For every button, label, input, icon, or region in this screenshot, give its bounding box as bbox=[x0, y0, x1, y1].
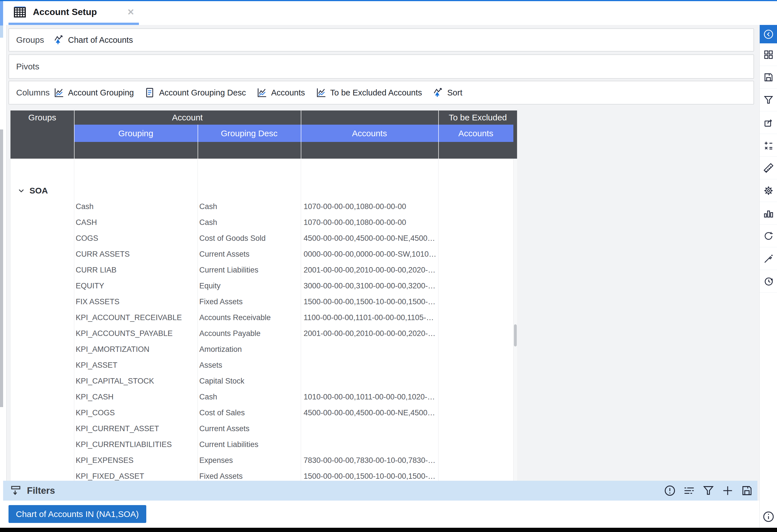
table-row[interactable]: CURR LIABCurrent Liabilities2001-00-00-0… bbox=[10, 262, 517, 278]
cell-accounts[interactable]: 1100-00-00-00,1101-00-00-00,1105-… bbox=[304, 313, 434, 322]
chip-accounts[interactable]: Accounts bbox=[256, 87, 305, 98]
chevron-down-icon[interactable] bbox=[17, 187, 25, 194]
cell-grouping[interactable]: CASH bbox=[76, 218, 97, 227]
info-button[interactable] bbox=[760, 510, 777, 524]
cell-grouping[interactable]: KPI_ACCOUNT_RECEIVABLE bbox=[76, 313, 182, 322]
cell-accounts[interactable]: 2001-00-00-00,2010-00-00-00,2020-… bbox=[304, 329, 435, 338]
table-row[interactable]: CASHCash1070-00-00-00,1080-00-00-00 bbox=[10, 215, 517, 230]
table-row[interactable]: COGSCost of Goods Sold4500-00-00-00,4500… bbox=[10, 230, 517, 246]
cell-grouping-desc[interactable]: Cash bbox=[199, 393, 217, 401]
chip-chart-of-accounts[interactable]: Chart of Accounts bbox=[53, 34, 133, 45]
table-row[interactable]: KPI_CURRENTLIABILITIESCurrent Liabilitie… bbox=[10, 436, 517, 452]
cell-accounts[interactable]: 2001-00-00-00,2010-00-00-00,2020-… bbox=[304, 266, 435, 274]
table-row[interactable]: KPI_CAPITAL_STOCKCapital Stock bbox=[10, 373, 517, 389]
table-row[interactable]: KPI_CASHCash1010-00-00-00,1011-00-00-00,… bbox=[10, 389, 517, 405]
layout-grid-button[interactable] bbox=[760, 43, 777, 66]
table-row[interactable]: FIX ASSETSFixed Assets1500-00-00-00,1500… bbox=[10, 294, 517, 310]
grid-scrollbar-thumb[interactable] bbox=[514, 324, 517, 347]
table-row[interactable]: KPI_ACCOUNT_RECEIVABLEAccounts Receivabl… bbox=[10, 310, 517, 325]
cell-grouping-desc[interactable]: Cost of Goods Sold bbox=[199, 234, 265, 243]
collapse-panel-button[interactable] bbox=[760, 25, 777, 43]
cell-accounts[interactable]: 1500-00-00-00,1500-10-00-00,1500-… bbox=[304, 472, 435, 481]
table-row[interactable]: KPI_FIXED_ASSETFixed Assets1500-00-00-00… bbox=[10, 468, 517, 481]
chip-account-grouping[interactable]: Account Grouping bbox=[53, 87, 134, 98]
cell-grouping[interactable]: CURR ASSETS bbox=[76, 250, 130, 258]
cell-grouping[interactable]: EQUITY bbox=[76, 282, 104, 290]
chart-button[interactable] bbox=[760, 202, 777, 225]
column-header-grouping-desc[interactable]: Grouping Desc bbox=[198, 125, 301, 142]
cell-grouping-desc[interactable]: Equity bbox=[199, 282, 221, 290]
cell-accounts[interactable]: 1010-00-00-00,1011-00-00-00,1020-… bbox=[304, 393, 435, 401]
table-row[interactable]: CURR ASSETSCurrent Assets0000-00-00-00,0… bbox=[10, 246, 517, 262]
filter-icon[interactable] bbox=[702, 484, 715, 497]
tab-account-setup[interactable]: Account Setup ✕ bbox=[8, 1, 139, 23]
chip-account-grouping-desc[interactable]: Account Grouping Desc bbox=[144, 87, 246, 98]
column-group-header-account[interactable]: Account bbox=[74, 111, 301, 125]
table-row[interactable]: KPI_AMORTIZATIONAmortization bbox=[10, 341, 517, 357]
cell-grouping[interactable]: KPI_CASH bbox=[76, 393, 114, 401]
settings-button[interactable] bbox=[760, 179, 777, 202]
cell-grouping-desc[interactable]: Current Liabilities bbox=[199, 440, 258, 449]
column-header-groups[interactable]: Groups bbox=[10, 111, 74, 125]
table-row[interactable]: KPI_EXPENSESExpenses7830-00-00-00,7830-0… bbox=[10, 452, 517, 468]
cell-grouping-desc[interactable]: Assets bbox=[199, 361, 222, 369]
chip-to-be-excluded-accounts[interactable]: To be Excluded Accounts bbox=[315, 87, 422, 98]
cell-grouping[interactable]: FIX ASSETS bbox=[76, 297, 120, 306]
cell-grouping[interactable]: KPI_CURRENT_ASSET bbox=[76, 424, 159, 433]
add-icon[interactable] bbox=[721, 484, 734, 497]
cell-accounts[interactable]: 7830-00-00-00,7830-00-10-00,7830-… bbox=[304, 456, 435, 464]
export-button[interactable] bbox=[760, 111, 777, 134]
table-row[interactable]: EQUITYEquity3000-00-00-00,3100-00-00-00,… bbox=[10, 278, 517, 294]
history-button[interactable] bbox=[760, 270, 777, 293]
close-icon[interactable]: ✕ bbox=[127, 7, 134, 17]
column-header-accounts[interactable]: Accounts bbox=[301, 125, 438, 142]
cell-grouping[interactable]: COGS bbox=[76, 234, 98, 243]
cell-grouping-desc[interactable]: Expenses bbox=[199, 456, 233, 464]
cell-grouping[interactable]: KPI_CAPITAL_STOCK bbox=[76, 377, 154, 385]
cell-grouping-desc[interactable]: Cash bbox=[199, 218, 217, 227]
cell-grouping-desc[interactable]: Accounts Receivable bbox=[199, 313, 271, 322]
group-row-soa[interactable]: SOA bbox=[10, 183, 517, 198]
alert-icon[interactable] bbox=[663, 484, 676, 497]
cell-accounts[interactable]: 4500-00-00-00,4500-00-00-NE,4500… bbox=[304, 234, 435, 243]
groups-dropzone[interactable]: Groups Chart of Accounts bbox=[8, 28, 754, 51]
cell-grouping-desc[interactable]: Capital Stock bbox=[199, 377, 244, 385]
cell-grouping-desc[interactable]: Current Assets bbox=[199, 250, 249, 258]
left-scrollbar-thumb[interactable] bbox=[0, 129, 3, 407]
cell-grouping-desc[interactable]: Amortization bbox=[199, 345, 242, 354]
cell-grouping-desc[interactable]: Cost of Sales bbox=[199, 408, 245, 417]
cell-grouping[interactable]: KPI_COGS bbox=[76, 408, 115, 417]
cell-accounts[interactable]: 1070-00-00-00,1080-00-00-00 bbox=[304, 202, 406, 211]
chip-sort[interactable]: Sort bbox=[432, 87, 462, 98]
cell-grouping[interactable]: CURR LIAB bbox=[76, 266, 116, 274]
filter-button[interactable] bbox=[760, 89, 777, 111]
column-header-grouping[interactable]: Grouping bbox=[74, 125, 198, 142]
filter-chip-chart-of-accounts[interactable]: Chart of Accounts IN (NA1,SOA) bbox=[8, 505, 146, 523]
cell-grouping[interactable]: KPI_EXPENSES bbox=[76, 456, 133, 464]
grid-scrollbar-track[interactable] bbox=[513, 159, 517, 481]
format-wand-button[interactable] bbox=[760, 247, 777, 270]
pivots-dropzone[interactable]: Pivots bbox=[8, 54, 754, 79]
cell-grouping-desc[interactable]: Current Liabilities bbox=[199, 266, 258, 274]
cell-accounts[interactable]: 3000-00-00-00,3100-00-00-00,3200-… bbox=[304, 282, 435, 290]
save-button[interactable] bbox=[760, 66, 777, 89]
list-options-icon[interactable] bbox=[683, 484, 696, 497]
cell-grouping[interactable]: KPI_CURRENTLIABILITIES bbox=[76, 440, 172, 449]
table-row[interactable]: KPI_CURRENT_ASSETCurrent Assets bbox=[10, 421, 517, 436]
cell-grouping-desc[interactable]: Fixed Assets bbox=[199, 472, 243, 481]
calculator-button[interactable] bbox=[760, 134, 777, 157]
cell-accounts[interactable]: 0000-00-00-00,0000-00-00-SW,1010… bbox=[304, 250, 436, 258]
column-header-excluded-accounts[interactable]: Accounts bbox=[438, 125, 513, 142]
cell-accounts[interactable]: 1500-00-00-00,1500-10-00-00,1500-… bbox=[304, 297, 435, 306]
cell-grouping[interactable]: KPI_AMORTIZATION bbox=[76, 345, 149, 354]
columns-dropzone[interactable]: Columns Account Grouping Account Groupin… bbox=[8, 81, 754, 105]
column-group-header-to-be-excluded[interactable]: To be Excluded bbox=[438, 111, 517, 125]
save-icon[interactable] bbox=[741, 484, 754, 497]
cell-accounts[interactable]: 1070-00-00-00,1080-00-00-00 bbox=[304, 218, 406, 227]
table-row[interactable]: CashCash1070-00-00-00,1080-00-00-00 bbox=[10, 198, 517, 215]
cell-grouping-desc[interactable]: Cash bbox=[199, 202, 217, 211]
refresh-button[interactable] bbox=[760, 225, 777, 247]
cell-grouping-desc[interactable]: Fixed Assets bbox=[199, 297, 243, 306]
ruler-button[interactable] bbox=[760, 157, 777, 179]
cell-grouping[interactable]: KPI_ASSET bbox=[76, 361, 117, 369]
